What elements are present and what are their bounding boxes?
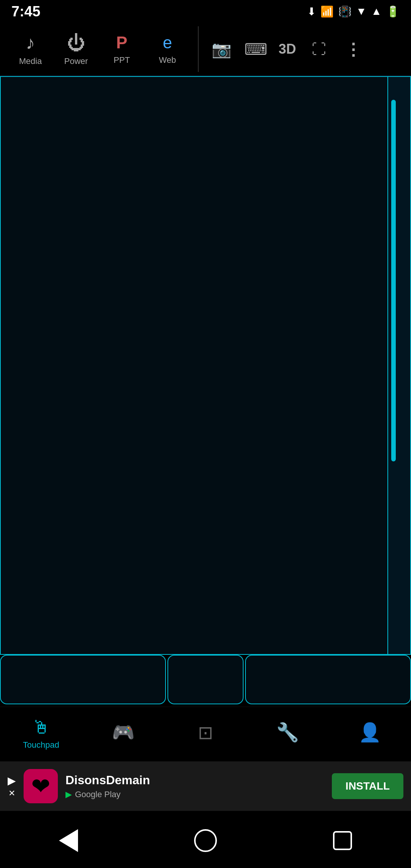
layout-icon: ⊡ [198,722,213,743]
media-label: Media [19,56,42,66]
touchpad-surface[interactable] [1,77,387,654]
media-button[interactable]: ♪ Media [8,26,53,72]
sim-icon: 📶 [320,5,334,18]
tab-profile[interactable]: 👤 [329,722,411,745]
camera-icon: 📷 [212,40,231,59]
power-label: Power [64,56,88,66]
vibrate-icon: 📳 [338,5,352,18]
nav-recents-button[interactable] [327,825,358,856]
toolbar-right: 📷 ⌨ 3D ⛶ ⋮ [206,34,368,64]
scrollbar-thumb[interactable] [391,100,396,461]
home-icon [194,829,217,852]
more-icon: ⋮ [345,40,362,59]
3d-button[interactable]: 3D [275,41,300,57]
profile-icon: 👤 [358,722,381,743]
status-bar: 7:45 ⬇ 📶 📳 ▼ ▲ 🔋 [0,0,411,23]
wifi-icon: ▲ [371,5,382,18]
web-button[interactable]: e Web [145,26,190,72]
gamepad-icon: 🎮 [112,722,135,743]
tab-gamepad[interactable]: 🎮 [82,722,164,745]
tab-tools[interactable]: 🔧 [247,722,329,745]
toolbar: ♪ Media ⏻ Power P PPT e Web 📷 ⌨ 3D ⛶ ⋮ [0,23,411,76]
power-button[interactable]: ⏻ Power [53,26,99,72]
status-icons: ⬇ 📶 📳 ▼ ▲ 🔋 [307,5,400,18]
tab-touchpad[interactable]: 🖱 Touchpad [0,717,82,750]
keyboard-icon: ⌨ [244,40,268,59]
nav-home-button[interactable] [190,825,221,856]
bottom-tabs: 🖱 Touchpad 🎮 ⊡ 🔧 👤 [0,707,411,760]
ad-app-icon: ❤ [24,769,58,803]
more-options-button[interactable]: ⋮ [338,34,368,64]
ad-arrow-icon: ▶ [8,774,16,787]
ad-banner: ▶ ✕ ❤ DisonsDemain ▶ Google Play INSTALL [0,761,411,811]
tab-layout[interactable]: ⊡ [164,722,247,745]
download-icon: ⬇ [307,5,316,18]
power-icon: ⏻ [67,32,85,53]
mouse-buttons-row [0,655,411,704]
ppt-button[interactable]: P PPT [99,26,145,72]
fullscreen-button[interactable]: ⛶ [304,34,334,64]
media-icon: ♪ [26,32,35,53]
fullscreen-icon: ⛶ [312,41,326,57]
ppt-icon: P [116,33,127,52]
ad-app-logo: ❤ [31,773,50,799]
camera-button[interactable]: 📷 [206,34,237,64]
ad-app-title: DisonsDemain [65,773,324,787]
tools-icon: 🔧 [276,722,299,743]
mouse-right-button[interactable] [245,655,411,704]
android-nav-bar [0,813,411,868]
signal-dropdown-icon: ▼ [356,5,367,18]
battery-icon: 🔋 [386,5,400,18]
touchpad-icon: 🖱 [32,717,50,738]
back-icon [59,829,78,852]
toolbar-left: ♪ Media ⏻ Power P PPT e Web [8,26,199,72]
status-time: 7:45 [11,3,40,20]
web-icon: e [163,33,172,52]
tab-touchpad-label: Touchpad [23,740,59,750]
ad-dismiss-icon: ✕ [8,788,15,798]
recents-icon [333,831,352,850]
nav-back-button[interactable] [53,825,84,856]
mouse-middle-button[interactable] [167,655,244,704]
ad-info: DisonsDemain ▶ Google Play [65,773,324,799]
ppt-label: PPT [114,55,130,65]
web-label: Web [159,55,176,65]
mouse-left-button[interactable] [0,655,166,704]
google-play-icon: ▶ [65,790,72,799]
scrollbar-track[interactable] [387,77,410,654]
keyboard-button[interactable]: ⌨ [241,34,271,64]
ad-source-label: Google Play [75,790,121,799]
ad-source-row: ▶ Google Play [65,790,324,799]
ad-close-button[interactable]: ▶ ✕ [8,774,16,798]
main-touchpad-area[interactable] [0,76,411,655]
install-button[interactable]: INSTALL [332,773,403,799]
